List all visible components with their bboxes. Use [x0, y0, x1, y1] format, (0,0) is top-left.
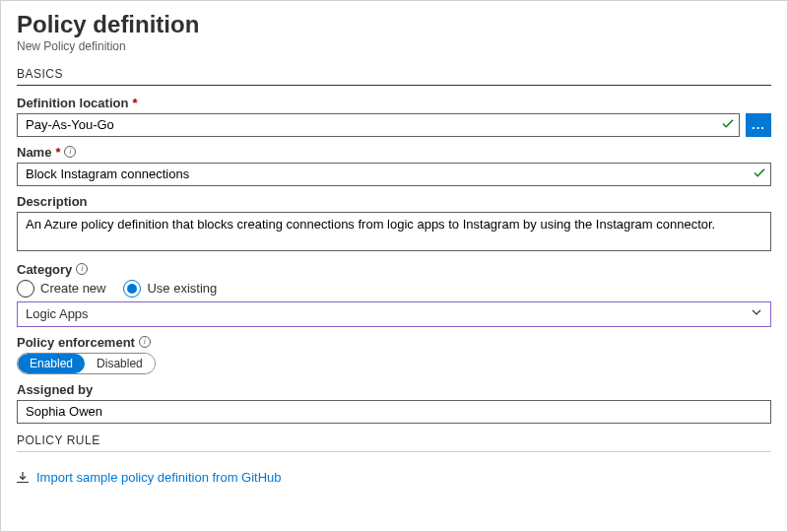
field-name: Name * i	[17, 145, 771, 186]
toggle-enabled[interactable]: Enabled	[18, 354, 85, 373]
definition-location-label: Definition location *	[17, 96, 771, 110]
section-policy-rule: POLICY RULE	[17, 433, 771, 452]
ellipsis-icon: ...	[752, 117, 765, 132]
page-subtitle: New Policy definition	[17, 39, 771, 53]
name-input[interactable]	[17, 163, 771, 186]
description-textarea[interactable]: An Azure policy definition that blocks c…	[17, 212, 771, 251]
field-category: Category i Create new Use existing Logic…	[17, 262, 771, 327]
category-select[interactable]: Logic Apps	[17, 301, 771, 327]
radio-use-existing[interactable]: Use existing	[123, 280, 217, 298]
page-title: Policy definition	[17, 11, 771, 39]
required-asterisk: *	[55, 145, 60, 160]
info-icon[interactable]: i	[76, 263, 88, 275]
description-label: Description	[17, 194, 771, 209]
name-label: Name * i	[17, 145, 771, 160]
download-icon	[17, 472, 29, 483]
radio-icon	[123, 280, 141, 298]
chevron-down-icon	[751, 306, 762, 321]
policy-enforcement-label: Policy enforcement i	[17, 335, 771, 350]
section-basics: BASICS	[17, 67, 771, 86]
field-definition-location: Definition location * ...	[17, 96, 771, 137]
browse-location-button[interactable]: ...	[746, 113, 771, 137]
field-policy-enforcement: Policy enforcement i Enabled Disabled	[17, 335, 771, 374]
assigned-by-input[interactable]	[17, 400, 771, 424]
radio-icon	[17, 280, 34, 298]
required-asterisk: *	[132, 96, 137, 110]
radio-create-new[interactable]: Create new	[17, 280, 105, 298]
info-icon[interactable]: i	[64, 146, 76, 158]
category-label: Category i	[17, 262, 771, 277]
policy-enforcement-toggle: Enabled Disabled	[17, 353, 156, 374]
policy-definition-panel: Policy definition New Policy definition …	[0, 0, 788, 532]
info-icon[interactable]: i	[139, 336, 151, 348]
category-select-value: Logic Apps	[26, 306, 89, 321]
field-assigned-by: Assigned by	[17, 382, 771, 424]
assigned-by-label: Assigned by	[17, 382, 771, 397]
field-description: Description An Azure policy definition t…	[17, 194, 771, 254]
import-sample-link[interactable]: Import sample policy definition from Git…	[17, 470, 282, 485]
definition-location-input[interactable]	[17, 113, 740, 137]
toggle-disabled[interactable]: Disabled	[85, 354, 155, 373]
